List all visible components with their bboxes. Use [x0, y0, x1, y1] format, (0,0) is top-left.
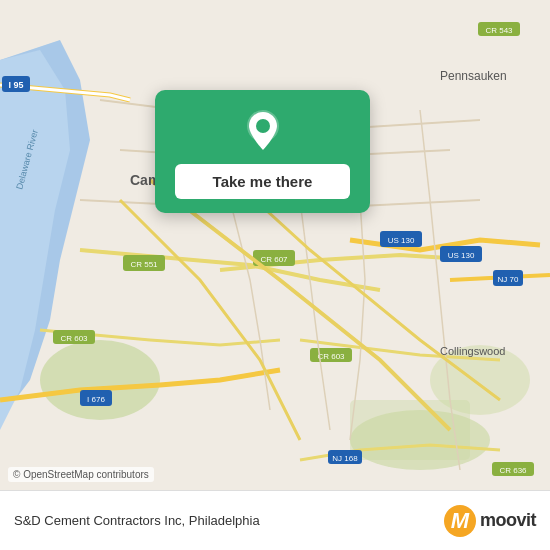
svg-text:CR 636: CR 636	[499, 466, 527, 475]
moovit-text: moovit	[480, 510, 536, 531]
bottom-bar: S&D Cement Contractors Inc, Philadelphia…	[0, 490, 550, 550]
location-info: S&D Cement Contractors Inc, Philadelphia	[14, 513, 260, 528]
pin-icon	[240, 108, 286, 154]
svg-text:CR 603: CR 603	[317, 352, 345, 361]
svg-text:Pennsauken: Pennsauken	[440, 69, 507, 83]
svg-text:CR 603: CR 603	[60, 334, 88, 343]
svg-text:US 130: US 130	[448, 251, 475, 260]
svg-text:Collingswood: Collingswood	[440, 345, 505, 357]
take-me-there-button[interactable]: Take me there	[175, 164, 350, 199]
location-card: Take me there	[155, 90, 370, 213]
copyright-text: © OpenStreetMap contributors	[8, 467, 154, 482]
moovit-logo: M moovit	[444, 505, 536, 537]
svg-text:I 95: I 95	[8, 80, 23, 90]
moovit-m-icon: M	[444, 505, 476, 537]
svg-point-3	[40, 340, 160, 420]
svg-text:NJ 70: NJ 70	[498, 275, 519, 284]
map-background: I 95 CR 551 CR 607 US 130 US 130 NJ 70 C…	[0, 0, 550, 490]
svg-point-36	[256, 119, 270, 133]
map-container: I 95 CR 551 CR 607 US 130 US 130 NJ 70 C…	[0, 0, 550, 490]
svg-text:CR 551: CR 551	[130, 260, 158, 269]
svg-text:US 130: US 130	[388, 236, 415, 245]
svg-text:I 676: I 676	[87, 395, 105, 404]
svg-text:NJ 168: NJ 168	[332, 454, 358, 463]
svg-text:CR 543: CR 543	[485, 26, 513, 35]
svg-text:CR 607: CR 607	[260, 255, 288, 264]
